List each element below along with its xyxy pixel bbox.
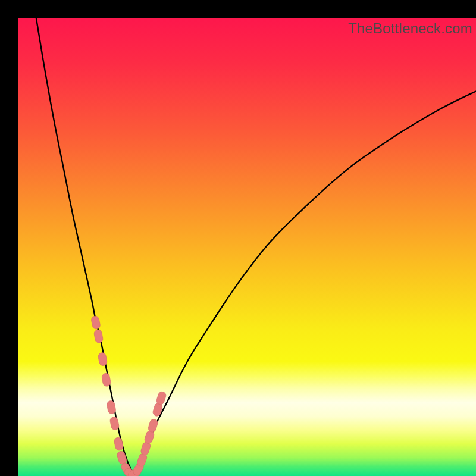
marker-pill <box>107 400 117 414</box>
bottleneck-curve <box>36 18 476 472</box>
marker-pill <box>114 437 124 451</box>
marker-group <box>90 315 167 476</box>
marker-pill <box>90 315 101 330</box>
marker-pill <box>101 372 111 387</box>
marker-pill <box>109 416 120 430</box>
marker-pill <box>98 352 108 367</box>
curve-layer <box>18 18 476 476</box>
chart-frame: TheBottleneck.com <box>0 0 476 476</box>
marker-pill <box>93 329 104 343</box>
plot-area: TheBottleneck.com <box>18 18 476 476</box>
